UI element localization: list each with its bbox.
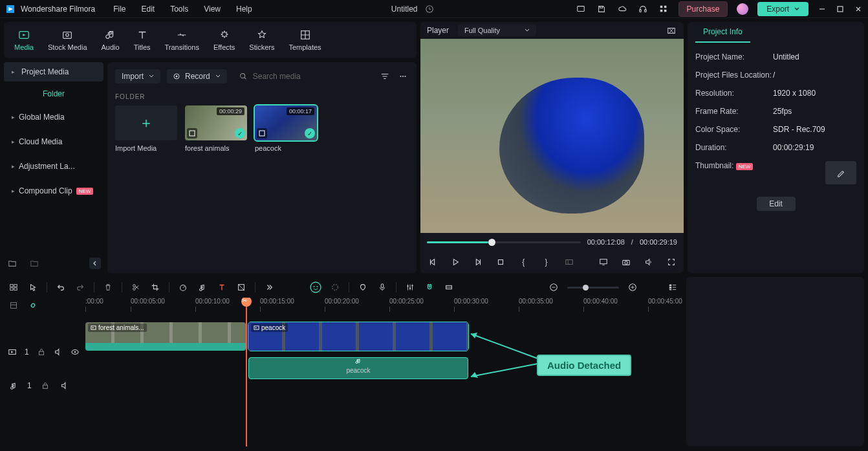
clip-forest-animals[interactable]: forest animals... xyxy=(85,322,246,351)
play-icon[interactable] xyxy=(450,256,461,268)
media-item-peacock[interactable]: 00:00:17 ✓ peacock xyxy=(255,105,317,152)
seek-bar[interactable] xyxy=(427,241,581,243)
export-button[interactable]: Export xyxy=(757,2,808,16)
timeline-settings-icon[interactable] xyxy=(8,300,19,311)
lock-icon[interactable] xyxy=(37,346,46,358)
new-folder-icon[interactable] xyxy=(6,258,18,269)
stop-icon[interactable] xyxy=(495,256,506,268)
used-check-icon: ✓ xyxy=(305,128,315,138)
import-media-tile[interactable]: ＋ Import Media xyxy=(115,105,177,152)
speed-icon[interactable] xyxy=(177,281,189,293)
menu-tools[interactable]: Tools xyxy=(170,5,188,14)
redo-icon[interactable] xyxy=(74,281,86,293)
mic-icon[interactable] xyxy=(376,281,388,293)
player-tab[interactable]: Player xyxy=(427,26,449,35)
tab-transitions[interactable]: Transitions xyxy=(165,29,199,51)
edit-button[interactable]: Edit xyxy=(757,197,796,211)
delete-icon[interactable] xyxy=(102,281,114,293)
media-item-forest-animals[interactable]: 00:00:29 ✓ forest animals xyxy=(185,105,247,152)
tab-stock-media[interactable]: Stock Media xyxy=(48,29,87,51)
audio-tool-icon[interactable] xyxy=(197,281,208,293)
crop-icon[interactable] xyxy=(149,281,161,293)
sidebar-item-global-media[interactable]: ▸Global Media xyxy=(4,106,103,128)
sidebar-item-adjustment-layer[interactable]: ▸Adjustment La... xyxy=(4,155,103,177)
window-maximize-icon[interactable] xyxy=(836,5,845,14)
thumbnail-edit-button[interactable] xyxy=(825,161,856,184)
color-tool-icon[interactable] xyxy=(235,281,247,293)
project-media-button[interactable]: ▸Project Media xyxy=(4,62,103,82)
mark-in-icon[interactable]: { xyxy=(518,256,529,268)
volume-icon[interactable] xyxy=(644,256,655,268)
preview-viewport[interactable] xyxy=(420,39,684,233)
tab-stickers[interactable]: Stickers xyxy=(249,29,274,51)
visibility-icon[interactable] xyxy=(71,346,80,358)
collapse-sidebar-icon[interactable] xyxy=(89,258,101,269)
prev-frame-icon[interactable] xyxy=(427,256,438,268)
more-icon[interactable] xyxy=(397,71,409,82)
snapshot-icon[interactable] xyxy=(666,25,677,36)
fullscreen-icon[interactable] xyxy=(666,256,677,268)
mute-icon[interactable] xyxy=(59,380,71,391)
magnet-icon[interactable] xyxy=(424,281,435,293)
sidebar-item-compound-clip[interactable]: ▸Compound ClipNEW xyxy=(4,180,103,202)
ai-tool-icon[interactable] xyxy=(310,281,321,293)
window-minimize-icon[interactable] xyxy=(818,5,827,14)
next-frame-icon[interactable] xyxy=(472,256,483,268)
split-icon[interactable] xyxy=(130,281,142,293)
folder-settings-icon[interactable] xyxy=(28,258,40,269)
more-tools-icon[interactable] xyxy=(263,281,275,293)
tab-project-info[interactable]: Project Info xyxy=(695,22,750,43)
cursor-tool-icon[interactable] xyxy=(27,281,39,293)
timeline-ruler[interactable]: :00:00 00:00:05:00 00:00:10:00 00:00:15:… xyxy=(83,298,682,320)
tab-titles[interactable]: Titles xyxy=(134,29,151,51)
aspect-icon[interactable] xyxy=(563,256,574,268)
zoom-slider[interactable] xyxy=(567,287,619,289)
apps-icon[interactable] xyxy=(658,3,669,15)
lock-icon[interactable] xyxy=(39,380,51,391)
folder-tab[interactable]: Folder xyxy=(4,84,103,104)
purchase-button[interactable]: Purchase xyxy=(678,1,728,17)
import-button[interactable]: Import xyxy=(115,69,160,83)
track-options-icon[interactable] xyxy=(8,281,19,293)
range-icon[interactable] xyxy=(443,281,455,293)
filter-icon[interactable] xyxy=(379,71,391,82)
cloud-icon[interactable] xyxy=(616,3,628,15)
view-mode-icon[interactable] xyxy=(667,281,678,293)
search-input[interactable]: Search media xyxy=(233,69,373,83)
mute-icon[interactable] xyxy=(54,346,63,358)
sidebar-item-cloud-media[interactable]: ▸Cloud Media xyxy=(4,131,103,153)
tab-effects[interactable]: Effects xyxy=(213,29,235,51)
record-button[interactable]: Record xyxy=(167,69,227,83)
video-track-lane[interactable]: forest animals... peacock xyxy=(83,320,682,353)
save-icon[interactable] xyxy=(596,3,607,15)
display-icon[interactable] xyxy=(598,256,609,268)
menu-view[interactable]: View xyxy=(204,5,221,14)
undo-icon[interactable] xyxy=(55,281,67,293)
menu-help[interactable]: Help xyxy=(236,5,252,14)
mark-out-icon[interactable]: } xyxy=(541,256,552,268)
menu-file[interactable]: File xyxy=(113,5,125,14)
window-close-icon[interactable] xyxy=(854,5,863,14)
quality-select[interactable]: Full Quality xyxy=(458,25,536,36)
text-tool-icon[interactable] xyxy=(216,281,228,293)
svg-rect-24 xyxy=(565,260,572,265)
clip-peacock-audio[interactable]: peacock xyxy=(248,357,468,379)
camera-icon[interactable] xyxy=(621,256,632,268)
menu-edit[interactable]: Edit xyxy=(142,5,155,14)
tab-media[interactable]: Media xyxy=(14,29,34,51)
marker-icon[interactable] xyxy=(357,281,369,293)
mixer-icon[interactable] xyxy=(404,281,416,293)
tab-templates[interactable]: Templates xyxy=(288,29,321,51)
sync-status-icon[interactable] xyxy=(424,3,435,15)
link-icon[interactable] xyxy=(27,300,39,311)
audio-track-icon xyxy=(8,380,19,391)
avatar[interactable] xyxy=(737,3,748,15)
clip-peacock-video[interactable]: peacock xyxy=(248,322,468,351)
playhead[interactable]: ✂ xyxy=(246,298,247,446)
zoom-in-icon[interactable] xyxy=(627,281,638,293)
keyframe-tool-icon[interactable] xyxy=(329,281,341,293)
zoom-out-icon[interactable] xyxy=(548,281,559,293)
headphones-icon[interactable] xyxy=(637,3,649,15)
device-icon[interactable] xyxy=(575,3,587,15)
tab-audio[interactable]: Audio xyxy=(102,29,120,51)
